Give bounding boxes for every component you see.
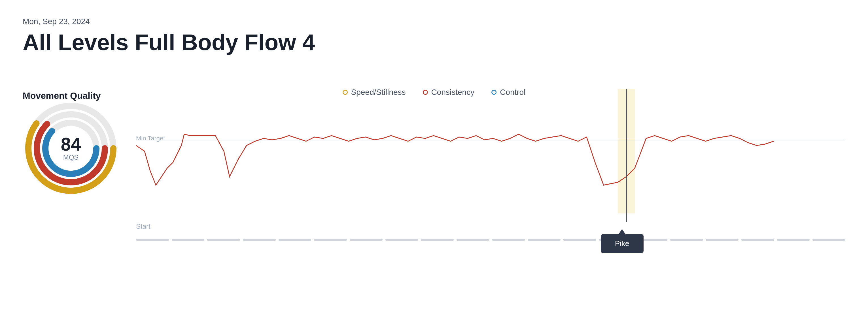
timeline-segment	[457, 239, 489, 241]
timeline-segment	[777, 239, 810, 241]
timeline-segment	[350, 239, 382, 241]
timeline-segment	[670, 239, 703, 241]
timeline-segment	[741, 239, 774, 241]
tooltip-label: Pike	[615, 239, 629, 248]
timeline-segment	[812, 239, 845, 241]
timeline-segment	[528, 239, 561, 241]
cursor-line	[626, 89, 627, 222]
date-label: Mon, Sep 23, 2024	[23, 17, 845, 26]
timeline-segment	[385, 239, 418, 241]
donut-center: 84 MQS	[61, 135, 81, 161]
mqs-value: 84	[61, 135, 81, 154]
line-chart-area[interactable]: Min Target Start	[136, 89, 845, 253]
tooltip-arrow	[619, 229, 625, 234]
timeline-segment	[421, 239, 454, 241]
donut-chart: 84 MQS	[23, 100, 119, 196]
timeline-segment	[563, 239, 596, 241]
consistency-line-chart	[136, 89, 845, 213]
timeline-segment	[314, 239, 347, 241]
timeline-segment	[207, 239, 240, 241]
timeline-segment	[706, 239, 739, 241]
timeline-segment	[492, 239, 525, 241]
start-label: Start	[136, 223, 151, 230]
timeline-segment	[172, 239, 205, 241]
chart-tooltip: Pike	[601, 234, 644, 253]
page-title: All Levels Full Body Flow 4	[23, 30, 845, 55]
mqs-label: MQS	[61, 154, 81, 161]
timeline-segment	[279, 239, 311, 241]
timeline-segment	[136, 239, 169, 241]
timeline-track[interactable]	[136, 238, 845, 242]
timeline-segment	[243, 239, 276, 241]
